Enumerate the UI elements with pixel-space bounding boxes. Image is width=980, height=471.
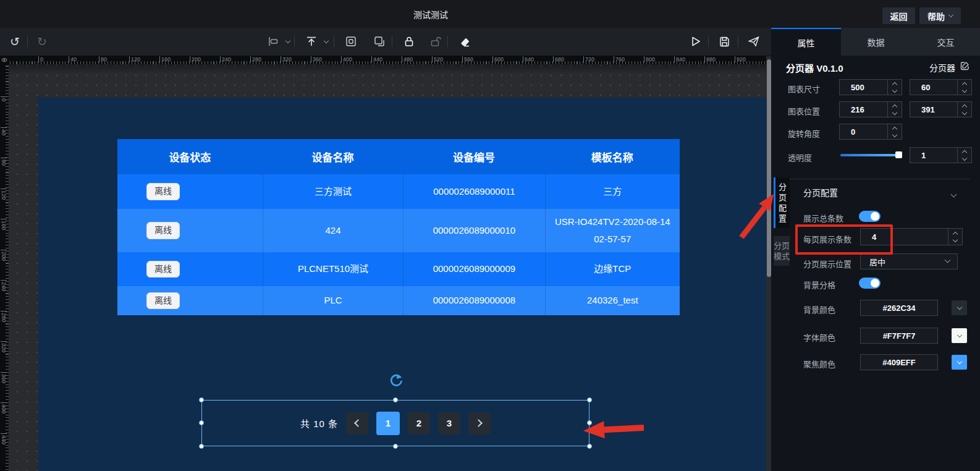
selection-handle[interactable] xyxy=(393,444,398,449)
table-cell: 离线 xyxy=(117,209,263,252)
h-ruler-label: 640 xyxy=(523,56,534,62)
pagination-total-text: 共 10 条 xyxy=(300,417,338,430)
undo-icon[interactable]: ↺ xyxy=(6,33,23,49)
pagination-position-label: 分页展示位置 xyxy=(803,258,851,269)
h-ruler-label: 680 xyxy=(553,56,564,62)
group-icon[interactable] xyxy=(342,33,360,49)
stepper-buttons[interactable] xyxy=(957,148,971,163)
align-left-chevron-icon[interactable] xyxy=(285,38,290,43)
bg-split-label: 背景分格 xyxy=(803,279,835,291)
font-color-swatch[interactable] xyxy=(952,328,967,343)
stepper-buttons[interactable] xyxy=(948,229,962,245)
selection-handle[interactable] xyxy=(393,397,398,402)
side-tab-pagination-config[interactable]: 分页配置 xyxy=(774,177,790,228)
chart-position-label: 图表位置 xyxy=(788,105,820,117)
selection-handle[interactable] xyxy=(199,420,204,425)
lock-icon[interactable] xyxy=(400,33,418,49)
per-page-label: 每页展示条数 xyxy=(803,233,851,245)
h-ruler-label: 800 xyxy=(644,56,655,62)
stepper-buttons[interactable] xyxy=(957,102,971,117)
toolbar-separator xyxy=(447,36,448,47)
status-badge: 离线 xyxy=(146,292,180,309)
h-ruler-label: 80 xyxy=(99,56,107,62)
status-badge: 离线 xyxy=(146,222,180,239)
v-ruler-label: 0 xyxy=(1,96,7,101)
h-ruler-label: 360 xyxy=(311,56,322,62)
pagination-page-button-2[interactable]: 2 xyxy=(408,412,430,435)
opacity-input[interactable]: 1 xyxy=(910,147,972,163)
help-button[interactable]: 帮助 xyxy=(919,7,961,24)
unlock-icon[interactable] xyxy=(426,33,444,49)
pagination-page-button-3[interactable]: 3 xyxy=(438,412,460,435)
bg-color-input[interactable]: #262C34 xyxy=(860,300,938,316)
selection-handle[interactable] xyxy=(199,397,204,402)
selection-handle[interactable] xyxy=(199,444,204,449)
ungroup-icon[interactable] xyxy=(371,33,388,49)
table-header-cell: 模板名称 xyxy=(545,139,680,174)
per-page-input[interactable]: 4 xyxy=(860,228,963,245)
bg-split-toggle[interactable] xyxy=(859,278,881,289)
pagination-page-button-1[interactable]: 1 xyxy=(376,412,400,435)
stepper-buttons[interactable] xyxy=(887,102,902,117)
v-ruler-label: 160 xyxy=(1,219,7,230)
stepper-buttons[interactable] xyxy=(887,124,902,139)
chart-width-input[interactable]: 500 xyxy=(839,79,902,95)
edit-component-icon[interactable] xyxy=(960,61,969,73)
side-tab-pagination-mode[interactable]: 分页模式 xyxy=(774,236,790,266)
toolbar-separator xyxy=(738,36,738,47)
tab-properties[interactable]: 属性 xyxy=(771,28,841,56)
eraser-icon[interactable] xyxy=(456,33,473,49)
ruler-toggle-eye-icon[interactable] xyxy=(0,56,9,64)
show-total-toggle[interactable] xyxy=(859,211,881,222)
h-ruler-label: 240 xyxy=(220,56,231,62)
focus-color-input[interactable]: #409EFF xyxy=(860,354,938,370)
publish-icon[interactable] xyxy=(745,33,762,49)
pagination-next-button[interactable] xyxy=(468,412,491,435)
font-color-input[interactable]: #F7F7F7 xyxy=(860,328,938,344)
tab-data[interactable]: 数据 xyxy=(841,28,911,56)
stepper-buttons[interactable] xyxy=(887,80,902,95)
tab-interaction[interactable]: 交互 xyxy=(911,28,980,56)
section-collapse-chevron-icon[interactable] xyxy=(952,188,956,199)
redo-icon[interactable]: ↻ xyxy=(33,33,51,49)
chart-x-input[interactable]: 216 xyxy=(839,101,902,117)
status-badge: 离线 xyxy=(146,183,180,200)
focus-color-swatch[interactable] xyxy=(952,355,967,370)
chevron-right-icon xyxy=(475,419,483,427)
chevron-down-icon xyxy=(948,12,953,17)
rotation-label: 旋转角度 xyxy=(788,127,820,139)
component-name: 分页器 xyxy=(786,63,814,74)
preview-play-icon[interactable] xyxy=(687,33,704,49)
bg-color-swatch[interactable] xyxy=(952,300,967,315)
device-table-component[interactable]: 设备状态设备名称设备编号模板名称 离线三方测试0000026089000011三… xyxy=(117,139,680,315)
component-link[interactable]: 分页器 xyxy=(929,61,955,74)
pagination-position-select[interactable]: 居中 xyxy=(860,253,958,269)
pagination-component-selection[interactable]: 共 10 条 123 xyxy=(201,400,589,446)
opacity-slider-knob[interactable] xyxy=(895,151,902,158)
component-refresh-icon[interactable] xyxy=(389,373,403,388)
table-cell: 424 xyxy=(263,209,403,252)
align-top-chevron-icon[interactable] xyxy=(324,38,329,43)
chart-y-input[interactable]: 391 xyxy=(910,101,972,117)
pagination-prev-button[interactable] xyxy=(346,412,368,435)
table-cell: 240326_test xyxy=(545,286,680,315)
selection-handle[interactable] xyxy=(587,397,592,402)
component-name-version: 分页器 V0.1.0 xyxy=(786,61,843,74)
chart-size-label: 图表尺寸 xyxy=(788,83,820,95)
selection-handle[interactable] xyxy=(587,444,592,449)
h-ruler-label: 480 xyxy=(402,56,413,62)
vertical-scrollbar[interactable] xyxy=(767,59,771,277)
save-icon[interactable] xyxy=(716,33,733,49)
selection-handle[interactable] xyxy=(587,420,592,425)
toolbar-separator xyxy=(334,36,334,47)
table-cell: 0000026089000008 xyxy=(403,286,544,315)
rotation-input[interactable]: 0 xyxy=(839,124,902,140)
table-cell: USR-IO424TV2-2020-08-14 02-57-57 xyxy=(545,209,680,252)
back-button-label: 返回 xyxy=(890,10,908,22)
opacity-slider[interactable] xyxy=(840,154,897,156)
chart-height-input[interactable]: 60 xyxy=(910,79,972,95)
h-ruler-label: 920 xyxy=(735,56,746,62)
stepper-buttons[interactable] xyxy=(957,80,971,95)
v-ruler-label: 240 xyxy=(1,280,7,291)
back-button[interactable]: 返回 xyxy=(882,7,915,24)
